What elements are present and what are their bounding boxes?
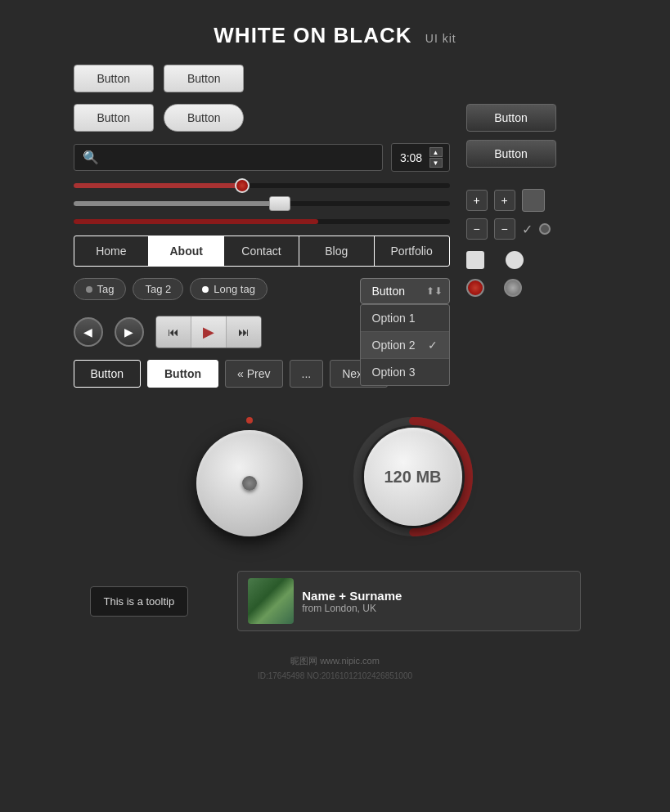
right-panel: + + − − ✓ [466, 184, 597, 302]
dropdown-arrow-icon: ⬆⬇ [426, 285, 443, 297]
search-input[interactable] [104, 151, 374, 164]
nav-blog[interactable]: Blog [299, 236, 375, 266]
button-6[interactable]: Button [466, 140, 556, 168]
player-controls: ⏮ ▶ ⏭ [155, 316, 262, 348]
dropdown-option-2[interactable]: Option 2 ✓ [361, 332, 449, 359]
tooltip-box: This is a tooltip [90, 586, 189, 617]
pag-button-left-outline[interactable]: Button [74, 360, 141, 388]
button-3[interactable]: Button [74, 104, 154, 132]
dropdown-menu: Option 1 Option 2 ✓ Option 3 [360, 304, 450, 386]
player-next-nav[interactable]: ▶ [115, 317, 144, 347]
profile-avatar [248, 578, 294, 624]
ctrl-sq-1 [522, 189, 545, 212]
pag-button-left-solid[interactable]: Button [147, 360, 218, 388]
slider-2-thumb[interactable] [269, 196, 290, 211]
time-up[interactable]: ▲ [429, 147, 443, 157]
tag-3-dot [202, 286, 209, 293]
page-title: WHITE ON BLACK UI kit [0, 0, 670, 65]
tooltip-section: This is a tooltip [90, 586, 189, 617]
ctrl-row-2: − − ✓ [466, 218, 551, 240]
nav-bar: Home About Contact Blog Portfolio [74, 236, 450, 267]
pag-ellipsis[interactable]: ... [290, 360, 324, 388]
player-forward[interactable]: ⏭ [227, 316, 261, 348]
check-icon-2: ✓ [522, 222, 533, 237]
knob-wrapper [196, 417, 303, 536]
progress-ring: 120 MB [352, 415, 474, 538]
tag-1-dot [86, 286, 92, 293]
dropdown-button[interactable]: Button ⬆⬇ [360, 278, 450, 304]
ctrl-minus-1[interactable]: − [466, 218, 488, 240]
profile-card: Name + Surname from London, UK [237, 571, 580, 631]
avatar-image [248, 578, 294, 624]
button-1[interactable]: Button [74, 65, 154, 92]
ctrl-minus-2[interactable]: − [494, 218, 515, 240]
progress-inner-circle: 120 MB [364, 428, 462, 526]
nav-home[interactable]: Home [74, 236, 150, 266]
button-4[interactable]: Button [164, 104, 244, 132]
pag-prev[interactable]: « Prev [225, 360, 282, 388]
knob[interactable] [196, 430, 303, 536]
profile-location: from London, UK [302, 603, 402, 614]
search-icon: 🔍 [83, 150, 99, 165]
tag-2[interactable]: Tag 2 [133, 278, 183, 300]
dropdown-option-3[interactable]: Option 3 [361, 359, 449, 385]
button-5[interactable]: Button [466, 104, 556, 132]
nav-contact[interactable]: Contact [224, 236, 299, 266]
knob-indicator [246, 417, 253, 424]
nav-about[interactable]: About [149, 236, 224, 266]
profile-info: Name + Surname from London, UK [302, 589, 402, 614]
slider-2-track [74, 201, 450, 206]
time-display: 3:08 [398, 151, 425, 164]
ctrl-row-3 [466, 251, 524, 269]
ctrl-row-4 [466, 279, 522, 297]
nav-portfolio[interactable]: Portfolio [375, 236, 449, 266]
time-arrows: ▲ ▼ [429, 147, 443, 168]
player-prev-nav[interactable]: ◀ [74, 317, 103, 347]
time-control: 3:08 ▲ ▼ [391, 143, 450, 172]
profile-name: Name + Surname [302, 589, 402, 603]
player-rewind[interactable]: ⏮ [156, 316, 191, 348]
slider-1-track [74, 183, 450, 188]
button-2[interactable]: Button [164, 65, 244, 92]
tag-3[interactable]: Long tag [190, 278, 268, 300]
player-play[interactable]: ▶ [191, 316, 227, 348]
watermark-id: ID:17645498 NO:20161012102426851000 [258, 671, 412, 680]
search-box: 🔍 [74, 144, 383, 171]
ctrl-radio-small [539, 223, 551, 235]
check-icon: ✓ [428, 339, 438, 352]
dropdown-option-1[interactable]: Option 1 [361, 305, 449, 332]
ctrl-radio-red [466, 279, 484, 297]
watermark: 昵图网 www.nipic.com [290, 656, 380, 666]
dropdown-container: Button ⬆⬇ Option 1 Option 2 ✓ Option 3 [360, 278, 450, 304]
ctrl-plus-2[interactable]: + [494, 190, 515, 211]
slider-3-track [74, 219, 450, 224]
tag-1[interactable]: Tag [74, 278, 127, 300]
ctrl-row-1: + + [466, 189, 545, 212]
tags-group: Tag Tag 2 Long tag [74, 278, 268, 300]
bottom-section: 120 MB [74, 399, 597, 554]
time-down[interactable]: ▼ [429, 158, 443, 168]
storage-label: 120 MB [384, 468, 441, 487]
ctrl-plus-1[interactable]: + [466, 190, 488, 211]
knob-center [242, 476, 257, 491]
ctrl-radio-white [506, 251, 524, 269]
slider-1-thumb[interactable] [235, 178, 250, 193]
ctrl-square [466, 251, 484, 269]
ctrl-radio-gray [504, 279, 522, 297]
